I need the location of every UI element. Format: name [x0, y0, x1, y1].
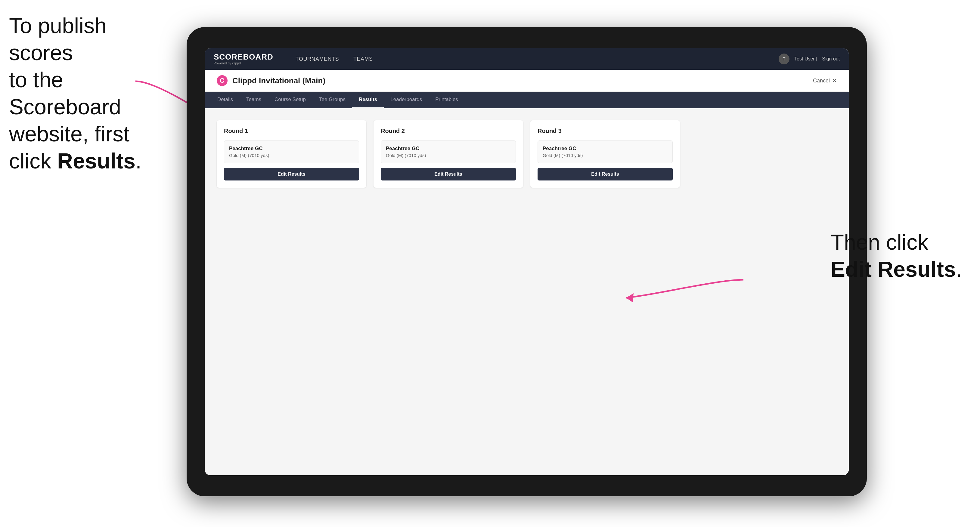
course-card-2: Peachtree GC Gold (M) (7010 yds): [381, 140, 516, 163]
logo-area: SCOREBOARD Powered by clippd: [214, 53, 273, 65]
tablet-screen: SCOREBOARD Powered by clippd TOURNAMENTS…: [205, 48, 849, 475]
sign-out-link[interactable]: Sign out: [822, 56, 840, 62]
tab-details[interactable]: Details: [211, 92, 240, 108]
content-area: C Clippd Invitational (Main) Cancel ✕ De…: [205, 70, 849, 475]
nav-right: T Test User | Sign out: [779, 54, 840, 64]
round-card-2: Round 2 Peachtree GC Gold (M) (7010 yds)…: [374, 120, 523, 188]
tablet-device: SCOREBOARD Powered by clippd TOURNAMENTS…: [187, 27, 867, 496]
course-details-2: Gold (M) (7010 yds): [386, 153, 511, 158]
round-card-3: Round 3 Peachtree GC Gold (M) (7010 yds)…: [530, 120, 680, 188]
tab-teams[interactable]: Teams: [240, 92, 268, 108]
nav-teams[interactable]: TEAMS: [346, 48, 380, 70]
tournament-header: C Clippd Invitational (Main) Cancel ✕: [205, 70, 849, 92]
logo-scoreboard: SCOREBOARD: [214, 53, 273, 61]
course-name-1: Peachtree GC: [229, 146, 354, 152]
sub-nav: Details Teams Course Setup Tee Groups Re…: [205, 92, 849, 108]
edit-results-button-2[interactable]: Edit Results: [381, 168, 516, 181]
edit-results-button-3[interactable]: Edit Results: [538, 168, 673, 181]
tournament-name: Clippd Invitational (Main): [232, 76, 325, 86]
main-content: Round 1 Peachtree GC Gold (M) (7010 yds)…: [205, 108, 849, 475]
tab-tee-groups[interactable]: Tee Groups: [312, 92, 352, 108]
round-3-title: Round 3: [538, 127, 673, 135]
cancel-button[interactable]: Cancel ✕: [813, 77, 837, 84]
logo-powered: Powered by clippd: [214, 61, 273, 65]
user-avatar: T: [779, 54, 789, 64]
course-card-3: Peachtree GC Gold (M) (7010 yds): [538, 140, 673, 163]
tab-results[interactable]: Results: [352, 92, 384, 108]
instruction-text-1: To publish scores to the Scoreboard webs…: [9, 12, 165, 175]
close-icon: ✕: [832, 77, 837, 84]
tournament-title-row: C Clippd Invitational (Main): [217, 75, 325, 86]
nav-tournaments[interactable]: TOURNAMENTS: [288, 48, 346, 70]
course-details-1: Gold (M) (7010 yds): [229, 153, 354, 158]
instruction-text-2: Then click Edit Results.: [831, 229, 962, 283]
course-details-3: Gold (M) (7010 yds): [542, 153, 668, 158]
round-1-title: Round 1: [224, 127, 359, 135]
course-card-1: Peachtree GC Gold (M) (7010 yds): [224, 140, 359, 163]
tab-course-setup[interactable]: Course Setup: [268, 92, 312, 108]
nav-links: TOURNAMENTS TEAMS: [288, 48, 779, 70]
clippd-logo: C: [217, 75, 228, 86]
tab-printables[interactable]: Printables: [429, 92, 465, 108]
rounds-grid: Round 1 Peachtree GC Gold (M) (7010 yds)…: [217, 120, 837, 188]
course-name-3: Peachtree GC: [542, 146, 668, 152]
round-2-title: Round 2: [381, 127, 516, 135]
round-card-1: Round 1 Peachtree GC Gold (M) (7010 yds)…: [217, 120, 366, 188]
tab-leaderboards[interactable]: Leaderboards: [384, 92, 429, 108]
edit-results-button-1[interactable]: Edit Results: [224, 168, 359, 181]
user-label: Test User |: [794, 56, 817, 62]
top-nav: SCOREBOARD Powered by clippd TOURNAMENTS…: [205, 48, 849, 70]
course-name-2: Peachtree GC: [386, 146, 511, 152]
